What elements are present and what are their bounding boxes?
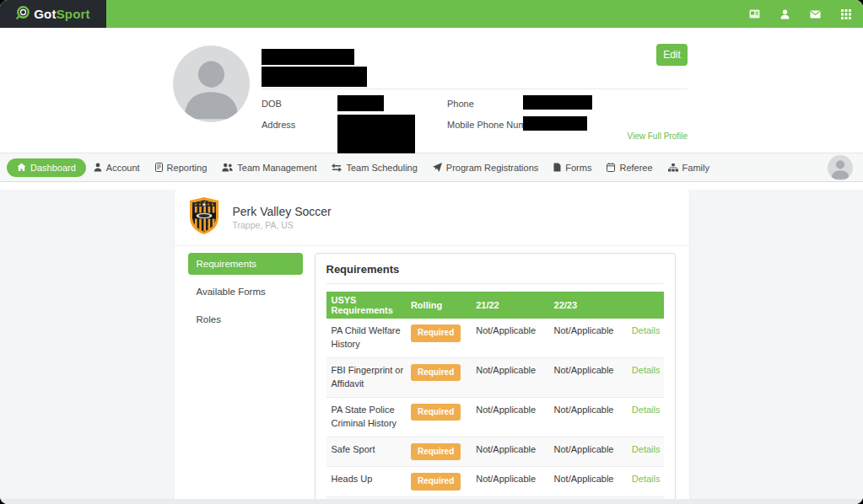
paper-plane-icon bbox=[433, 163, 442, 172]
profile-avatar bbox=[173, 46, 250, 122]
details-link[interactable]: Details bbox=[632, 325, 661, 335]
redacted-address-value bbox=[337, 115, 415, 153]
panel-divider bbox=[326, 283, 664, 284]
dob-label: DOB bbox=[262, 99, 282, 109]
user-icon[interactable] bbox=[779, 8, 790, 19]
requirements-table: USYS Requirements Rolling 21/22 22/23 PA… bbox=[326, 292, 664, 504]
season-22-23-value: Not/Applicable bbox=[551, 437, 628, 467]
nav-label: Team Management bbox=[237, 163, 316, 173]
nav-team-scheduling[interactable]: Team Scheduling bbox=[324, 158, 424, 177]
gotsport-logo[interactable]: GotSport bbox=[0, 0, 106, 28]
nav-label: Forms bbox=[565, 163, 591, 173]
season-21-22-value: Not/Applicable bbox=[472, 467, 550, 497]
nav-program-registrations[interactable]: Program Registrations bbox=[425, 158, 546, 177]
redacted-name-line1 bbox=[262, 49, 354, 65]
status-badge: Required bbox=[411, 364, 461, 382]
nav-reporting[interactable]: Reporting bbox=[148, 158, 215, 177]
gotsport-logo-icon bbox=[16, 5, 30, 23]
redacted-mobile-value bbox=[523, 116, 587, 131]
status-badge: Required bbox=[411, 324, 461, 342]
season-21-22-value: Not/Applicable bbox=[472, 357, 550, 397]
club-card: Perk Valley Soccer Trappe, PA, US Requir… bbox=[175, 190, 689, 504]
nav-user-avatar[interactable] bbox=[828, 155, 853, 180]
club-location: Trappe, PA, US bbox=[233, 220, 332, 230]
club-title-block: Perk Valley Soccer Trappe, PA, US bbox=[233, 205, 332, 230]
menu-item-roles[interactable]: Roles bbox=[188, 308, 303, 330]
panel-title: Requirements bbox=[326, 263, 664, 276]
redacted-dob-value bbox=[337, 95, 384, 111]
club-header: Perk Valley Soccer Trappe, PA, US bbox=[175, 190, 689, 246]
col-header-details bbox=[628, 292, 664, 319]
footer-strip bbox=[0, 499, 863, 504]
calendar-icon bbox=[607, 163, 615, 172]
requirement-name: PA State Police Criminal History bbox=[326, 397, 407, 437]
nav-label: Program Registrations bbox=[446, 163, 538, 173]
details-link[interactable]: Details bbox=[632, 405, 661, 415]
nav-dashboard[interactable]: Dashboard bbox=[7, 158, 86, 177]
nav-referee[interactable]: Referee bbox=[599, 158, 660, 177]
status-badge: Required bbox=[411, 404, 461, 421]
nav-forms[interactable]: Forms bbox=[546, 158, 599, 177]
profile-section: DOB Address Phone Mobile Phone Number Ed… bbox=[0, 28, 863, 153]
users-icon bbox=[222, 163, 233, 172]
season-21-22-value: Not/Applicable bbox=[472, 437, 550, 467]
details-link[interactable]: Details bbox=[632, 365, 661, 375]
mail-icon[interactable] bbox=[810, 8, 821, 19]
redacted-name-line2 bbox=[262, 67, 367, 87]
apps-grid-icon[interactable] bbox=[840, 8, 851, 19]
table-row: PA State Police Criminal History Require… bbox=[326, 397, 664, 437]
id-card-icon[interactable] bbox=[749, 8, 760, 19]
address-label: Address bbox=[262, 120, 295, 130]
season-22-23-value: Not/Applicable bbox=[551, 397, 628, 437]
season-22-23-value: Not/Applicable bbox=[551, 357, 628, 397]
redacted-phone-value bbox=[523, 95, 592, 110]
nav-account[interactable]: Account bbox=[86, 158, 148, 177]
col-header-usys: USYS Requirements bbox=[326, 292, 407, 319]
table-row: Safe Sport Required Not/Applicable Not/A… bbox=[326, 437, 664, 467]
menu-item-available-forms[interactable]: Available Forms bbox=[188, 281, 303, 303]
main-nav: Dashboard Account Reporting Team Managem… bbox=[0, 153, 863, 182]
status-badge: Required bbox=[411, 443, 461, 461]
club-crest bbox=[186, 196, 222, 239]
report-icon bbox=[155, 163, 163, 172]
edit-button[interactable]: Edit bbox=[656, 44, 688, 66]
requirement-name: PA Child Welfare History bbox=[326, 319, 407, 357]
content-area: Perk Valley Soccer Trappe, PA, US Requir… bbox=[0, 190, 863, 504]
col-header-rolling: Rolling bbox=[407, 292, 472, 319]
requirements-panel: Requirements USYS Requirements Rolling 2… bbox=[315, 253, 676, 504]
card-body: Requirements Available Forms Roles Requi… bbox=[175, 246, 689, 504]
season-22-23-value: Not/Applicable bbox=[551, 319, 628, 357]
col-header-21-22: 21/22 bbox=[472, 292, 550, 319]
col-header-22-23: 22/23 bbox=[551, 292, 628, 319]
table-row: FBI Fingerprint or Affidavit Required No… bbox=[326, 357, 664, 397]
file-icon bbox=[553, 163, 561, 172]
season-21-22-value: Not/Applicable bbox=[472, 397, 550, 437]
app-window: GotSport DOB Ad bbox=[0, 0, 863, 504]
sitemap-icon bbox=[668, 164, 678, 172]
nav-label: Team Scheduling bbox=[346, 163, 417, 173]
menu-item-requirements[interactable]: Requirements bbox=[188, 253, 303, 275]
club-name: Perk Valley Soccer bbox=[233, 205, 332, 218]
arrows-icon bbox=[332, 164, 342, 172]
home-icon bbox=[17, 163, 26, 172]
requirement-name: Heads Up bbox=[326, 467, 407, 497]
table-header-row: USYS Requirements Rolling 21/22 22/23 bbox=[326, 292, 664, 319]
table-row: Heads Up Required Not/Applicable Not/App… bbox=[326, 467, 664, 497]
status-badge: Required bbox=[411, 473, 461, 491]
table-row: PA Child Welfare History Required Not/Ap… bbox=[326, 319, 664, 357]
side-menu: Requirements Available Forms Roles bbox=[188, 253, 303, 504]
requirement-name: FBI Fingerprint or Affidavit bbox=[326, 357, 407, 397]
nav-team-management[interactable]: Team Management bbox=[214, 158, 324, 177]
view-full-profile-link[interactable]: View Full Profile bbox=[627, 131, 688, 141]
user-icon bbox=[94, 163, 102, 172]
phone-label: Phone bbox=[447, 99, 474, 109]
details-link[interactable]: Details bbox=[632, 444, 661, 454]
details-link[interactable]: Details bbox=[632, 474, 661, 484]
profile-divider bbox=[262, 88, 688, 89]
season-21-22-value: Not/Applicable bbox=[472, 319, 550, 357]
topbar-icons bbox=[749, 8, 851, 19]
nav-label: Dashboard bbox=[30, 163, 76, 173]
nav-family[interactable]: Family bbox=[661, 158, 717, 177]
nav-label: Account bbox=[106, 163, 140, 173]
nav-label: Reporting bbox=[167, 163, 208, 173]
